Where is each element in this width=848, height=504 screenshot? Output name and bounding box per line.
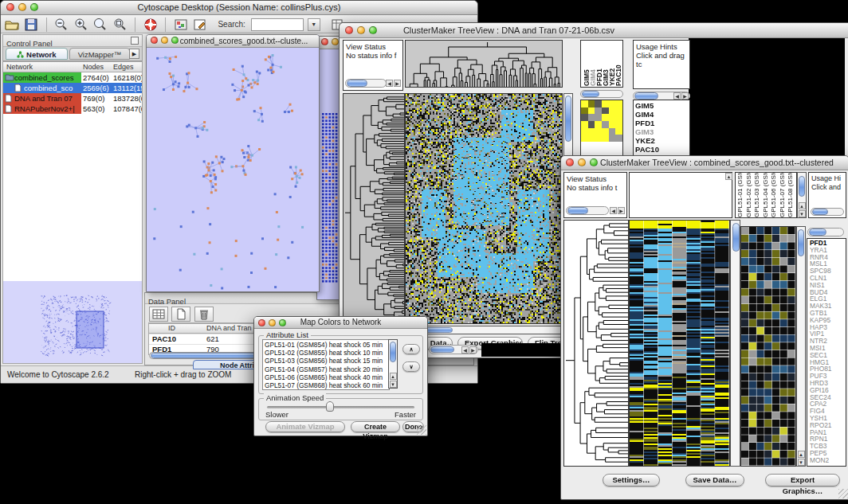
col-network[interactable]: Network [6,62,33,72]
matrix-cell[interactable] [609,135,616,142]
column-label[interactable]: GPL51-02 (GSM855) [745,173,754,217]
save-data-button[interactable]: Save Data… [685,474,744,486]
attribute-item[interactable]: GPL51-06 (GSM865) heat shock 40 min [265,373,389,381]
scroll-down-icon[interactable]: ▼ [390,381,397,388]
tree1-row-dendrogram[interactable] [343,93,405,324]
birdseye-view[interactable] [3,281,142,363]
scroll-left-icon[interactable]: ◀ [673,92,681,100]
close-button[interactable] [258,319,265,326]
matrix-cell[interactable] [595,128,602,135]
column-label[interactable]: GPL51-07 (GSM868) [779,173,787,217]
matrix-cell[interactable] [588,121,595,128]
matrix-cell[interactable] [615,135,622,142]
zoom-selected-icon[interactable] [112,18,128,32]
scroll-down-icon[interactable]: ▼ [798,459,805,466]
row-label[interactable]: GIM3 [635,127,688,136]
zoom-fit-icon[interactable] [92,18,108,32]
col-edges[interactable]: Edges [113,62,134,72]
scroll-right-icon[interactable]: ▶ [394,80,401,87]
scroll-left-icon[interactable]: ◀ [461,346,469,354]
minimize-button[interactable] [269,319,276,326]
tree1-column-dendrogram[interactable] [405,40,563,88]
minimize-button[interactable] [357,26,365,34]
zoom-in-icon[interactable] [73,18,89,32]
matrix-cell[interactable] [615,100,622,107]
row-label[interactable]: GIM5 [635,101,688,110]
speed-slider-thumb[interactable] [326,401,334,412]
scroll-up-icon[interactable]: ▲ [799,202,806,209]
tree1-zoom-hscrollbar[interactable] [580,90,623,98]
search-input[interactable] [251,18,304,31]
matrix-cell[interactable] [615,128,622,135]
matrix-cell[interactable] [615,121,622,128]
network-table-row[interactable]: combined_scores2764(0)16218(0) [3,72,142,83]
minimize-button[interactable] [332,38,339,45]
matrix-cell[interactable] [609,100,616,107]
column-label[interactable]: YKE2 [608,41,614,86]
scroll-right-icon[interactable]: ▶ [618,207,625,214]
tree1-status-hscrollbar[interactable] [345,79,387,88]
column-label[interactable]: GPL51-08 (GSM872) [787,173,795,217]
tree2-row-dendrogram[interactable] [563,220,629,467]
matrix-cell[interactable] [602,114,609,121]
matrix-cell[interactable] [609,121,616,128]
column-label[interactable]: GIM5 [583,41,589,86]
tree2-titlebar[interactable]: ClusterMaker TreeView : combined_scores_… [561,156,848,170]
attribute-item[interactable]: GPL51-07 (GSM868) heat shock 60 min [265,381,389,389]
column-label[interactable]: GPL51-03 (GSM856) [753,173,762,217]
column-label[interactable]: GPL51-01 (GSM854) [736,173,745,217]
matrix-cell[interactable] [609,128,616,135]
close-button[interactable] [151,37,158,44]
attribute-listbox[interactable]: GPL51-01 (GSM854) heat shock 05 minGPL51… [262,339,390,390]
animate-vizmap-button[interactable]: Animate Vizmap [265,421,345,432]
column-label[interactable]: GPL51-04 (GSM857) [762,173,771,217]
attribute-item[interactable]: GPL51-03 (GSM856) heat shock 15 min [265,357,389,365]
resize-grip[interactable] [417,425,426,435]
export-graphics-button[interactable]: Export Graphics… [765,474,840,486]
matrix-cell[interactable] [609,114,616,121]
tree2-status-hscrollbar[interactable] [566,206,609,215]
tree1-hscrollbar[interactable] [405,326,573,334]
attribute-item[interactable]: GPL51-01 (GSM854) heat shock 05 min [265,341,389,349]
tree1-global-hscrollbar[interactable]: ◀ ▶ [429,345,478,354]
tree2-global-vscrollbar[interactable] [730,220,740,467]
zoom-button[interactable] [279,319,286,326]
tab-vizmapper[interactable]: VizMapper™ [69,48,130,60]
minimize-button[interactable] [578,158,586,166]
matrix-cell[interactable] [615,114,622,121]
tab-overflow-icon[interactable]: ▶ [129,49,139,59]
scroll-left-icon[interactable]: ◀ [610,207,617,214]
matrix-cell[interactable] [581,114,588,121]
move-up-button[interactable]: ∧ [402,344,420,354]
move-down-button[interactable]: ∨ [402,361,420,372]
network-table-row[interactable]: combined_sco2569(6)13112(15) [3,83,142,93]
trash-icon[interactable] [194,307,214,322]
minimize-button[interactable] [161,37,168,44]
matrix-cell[interactable] [602,135,609,142]
row-label[interactable]: PFD1 [635,119,688,127]
matrix-cell[interactable] [602,128,609,135]
matrix-cell[interactable] [615,107,622,115]
main-titlebar[interactable]: Cytoscape Desktop (Session Name: collins… [1,1,477,15]
help-icon[interactable] [143,18,159,32]
tab-network[interactable]: Network [6,48,68,60]
col-nodes[interactable]: Nodes [83,62,104,72]
minimize-button[interactable] [18,3,26,11]
speed-slider[interactable] [267,406,414,408]
matrix-cell[interactable] [595,121,602,128]
row-label[interactable]: PAC10 [635,145,688,154]
matrix-cell[interactable] [609,107,616,115]
matrix-cell[interactable] [595,114,602,121]
matrix-cell[interactable] [602,107,609,115]
row-label[interactable]: YKE2 [635,136,688,145]
search-dropdown-icon[interactable]: ▼ [308,18,320,31]
grid-icon[interactable] [149,307,168,322]
column-label[interactable]: PAC10 [614,41,621,86]
scroll-right-icon[interactable]: ▶ [681,92,689,100]
matrix-cell[interactable] [602,100,609,107]
close-button[interactable] [566,158,574,166]
matrix-cell[interactable] [588,128,595,135]
network-canvas-1[interactable] [147,48,317,291]
matrix-cell[interactable] [588,114,595,121]
column-label[interactable]: GPL51-06 (GSM865) [770,173,779,217]
